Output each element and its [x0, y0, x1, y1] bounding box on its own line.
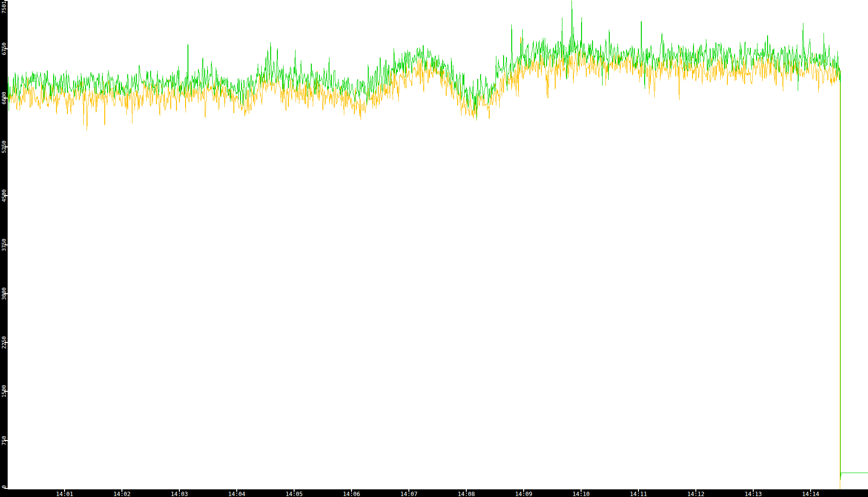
series-layer: [7, 0, 868, 489]
y-tick-label: 5250: [1, 141, 7, 154]
y-tick-label: 6750: [1, 43, 7, 55]
y-tick-label: 6000: [1, 92, 7, 105]
x-tick-label: 14:14: [802, 491, 819, 497]
x-tick-label: 14:08: [458, 491, 475, 497]
traffic-chart: 7501675060005250450037503000225015007500…: [0, 0, 868, 497]
x-tick-label: 14:09: [515, 491, 532, 497]
chart-canvas: 7501675060005250450037503000225015007500…: [0, 0, 868, 497]
x-tick-label: 14:05: [286, 491, 303, 497]
x-tick-label: 14:03: [171, 491, 188, 497]
y-tick: [4, 0, 8, 1]
y-tick-label: 3750: [1, 239, 7, 252]
x-tick-label: 14:02: [113, 491, 131, 497]
series-orange-line: [7, 37, 840, 489]
x-tick-label: 14:01: [56, 491, 73, 497]
axis-layer: 7501675060005250450037503000225015007500…: [0, 0, 868, 497]
x-tick-label: 14:06: [343, 491, 360, 497]
x-tick-label: 14:12: [687, 491, 704, 497]
x-tick-label: 14:13: [745, 491, 762, 497]
x-tick-label: 14:11: [630, 491, 647, 497]
x-tick-label: 14:10: [572, 491, 590, 497]
y-tick-label: 3000: [1, 287, 7, 300]
y-tick-label: 0: [1, 485, 7, 488]
y-tick-label: 1500: [1, 385, 7, 398]
y-tick-label: 4500: [1, 189, 7, 202]
y-tick-label: 2250: [1, 336, 7, 349]
x-tick-label: 14:07: [400, 491, 418, 497]
y-tick-label: 750: [1, 436, 7, 445]
x-tick-label: 14:04: [228, 491, 245, 497]
y-tick-label: 7501: [1, 1, 7, 14]
